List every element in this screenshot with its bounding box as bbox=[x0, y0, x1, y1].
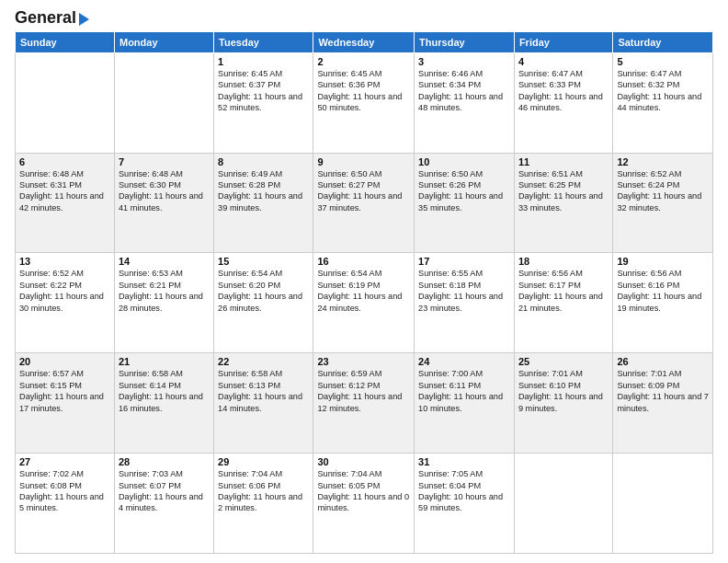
day-number: 21 bbox=[119, 356, 210, 367]
day-number: 18 bbox=[518, 256, 609, 267]
cell-content: 26Sunrise: 7:01 AM Sunset: 6:09 PM Dayli… bbox=[617, 356, 709, 414]
cell-info: Sunrise: 6:58 AM Sunset: 6:13 PM Dayligh… bbox=[218, 368, 309, 414]
day-number: 15 bbox=[218, 256, 309, 267]
calendar-cell: 5Sunrise: 6:47 AM Sunset: 6:32 PM Daylig… bbox=[613, 52, 713, 153]
cell-info: Sunrise: 7:04 AM Sunset: 6:06 PM Dayligh… bbox=[218, 468, 309, 514]
day-of-week-header: Friday bbox=[514, 31, 613, 52]
cell-content: 4Sunrise: 6:47 AM Sunset: 6:33 PM Daylig… bbox=[518, 56, 609, 114]
day-of-week-header: Saturday bbox=[613, 31, 713, 52]
cell-content: 5Sunrise: 6:47 AM Sunset: 6:32 PM Daylig… bbox=[617, 56, 709, 114]
cell-info: Sunrise: 6:50 AM Sunset: 6:27 PM Dayligh… bbox=[317, 168, 410, 214]
day-number: 24 bbox=[418, 356, 510, 367]
day-of-week-header: Tuesday bbox=[214, 31, 313, 52]
cell-content: 3Sunrise: 6:46 AM Sunset: 6:34 PM Daylig… bbox=[418, 56, 510, 114]
day-number: 1 bbox=[218, 56, 309, 67]
calendar-cell bbox=[114, 52, 213, 153]
day-number: 9 bbox=[317, 156, 410, 167]
day-number: 6 bbox=[19, 156, 110, 167]
day-number: 16 bbox=[317, 256, 410, 267]
cell-content: 19Sunrise: 6:56 AM Sunset: 6:16 PM Dayli… bbox=[617, 256, 709, 314]
cell-content: 7Sunrise: 6:48 AM Sunset: 6:30 PM Daylig… bbox=[119, 156, 210, 214]
calendar-cell: 8Sunrise: 6:49 AM Sunset: 6:28 PM Daylig… bbox=[214, 153, 313, 253]
day-of-week-header: Monday bbox=[114, 31, 213, 52]
cell-info: Sunrise: 6:54 AM Sunset: 6:20 PM Dayligh… bbox=[218, 268, 309, 314]
cell-info: Sunrise: 6:45 AM Sunset: 6:36 PM Dayligh… bbox=[317, 68, 410, 114]
cell-info: Sunrise: 6:45 AM Sunset: 6:37 PM Dayligh… bbox=[218, 68, 309, 114]
cell-info: Sunrise: 6:50 AM Sunset: 6:26 PM Dayligh… bbox=[418, 168, 510, 214]
cell-content: 27Sunrise: 7:02 AM Sunset: 6:08 PM Dayli… bbox=[19, 456, 110, 514]
calendar-cell: 3Sunrise: 6:46 AM Sunset: 6:34 PM Daylig… bbox=[415, 52, 515, 153]
day-number: 29 bbox=[218, 456, 309, 467]
day-number: 4 bbox=[518, 56, 609, 67]
logo-general: General bbox=[15, 9, 76, 28]
calendar-cell: 30Sunrise: 7:04 AM Sunset: 6:05 PM Dayli… bbox=[313, 454, 415, 554]
cell-content: 31Sunrise: 7:05 AM Sunset: 6:04 PM Dayli… bbox=[418, 456, 510, 514]
cell-info: Sunrise: 6:49 AM Sunset: 6:28 PM Dayligh… bbox=[218, 168, 309, 214]
cell-info: Sunrise: 6:59 AM Sunset: 6:12 PM Dayligh… bbox=[317, 368, 410, 414]
logo-arrow-icon bbox=[79, 13, 89, 26]
day-number: 10 bbox=[418, 156, 510, 167]
cell-info: Sunrise: 6:56 AM Sunset: 6:16 PM Dayligh… bbox=[617, 268, 709, 314]
cell-info: Sunrise: 7:02 AM Sunset: 6:08 PM Dayligh… bbox=[19, 468, 110, 514]
cell-info: Sunrise: 6:52 AM Sunset: 6:24 PM Dayligh… bbox=[617, 168, 709, 214]
day-number: 17 bbox=[418, 256, 510, 267]
cell-content: 30Sunrise: 7:04 AM Sunset: 6:05 PM Dayli… bbox=[317, 456, 410, 514]
calendar-cell: 22Sunrise: 6:58 AM Sunset: 6:13 PM Dayli… bbox=[214, 353, 313, 454]
calendar-cell: 13Sunrise: 6:52 AM Sunset: 6:22 PM Dayli… bbox=[16, 253, 115, 353]
day-number: 22 bbox=[218, 356, 309, 367]
calendar-cell: 24Sunrise: 7:00 AM Sunset: 6:11 PM Dayli… bbox=[415, 353, 515, 454]
day-number: 2 bbox=[317, 56, 410, 67]
cell-content: 23Sunrise: 6:59 AM Sunset: 6:12 PM Dayli… bbox=[317, 356, 410, 414]
cell-info: Sunrise: 6:54 AM Sunset: 6:19 PM Dayligh… bbox=[317, 268, 410, 314]
cell-info: Sunrise: 7:05 AM Sunset: 6:04 PM Dayligh… bbox=[418, 468, 510, 514]
header: General bbox=[15, 9, 713, 26]
cell-content: 15Sunrise: 6:54 AM Sunset: 6:20 PM Dayli… bbox=[218, 256, 309, 314]
calendar-cell: 14Sunrise: 6:53 AM Sunset: 6:21 PM Dayli… bbox=[114, 253, 213, 353]
day-number: 3 bbox=[418, 56, 510, 67]
cell-info: Sunrise: 6:46 AM Sunset: 6:34 PM Dayligh… bbox=[418, 68, 510, 114]
cell-info: Sunrise: 6:53 AM Sunset: 6:21 PM Dayligh… bbox=[119, 268, 210, 314]
calendar: SundayMondayTuesdayWednesdayThursdayFrid… bbox=[15, 31, 713, 554]
cell-info: Sunrise: 6:58 AM Sunset: 6:14 PM Dayligh… bbox=[119, 368, 210, 414]
day-number: 14 bbox=[119, 256, 210, 267]
cell-content: 22Sunrise: 6:58 AM Sunset: 6:13 PM Dayli… bbox=[218, 356, 309, 414]
cell-content: 13Sunrise: 6:52 AM Sunset: 6:22 PM Dayli… bbox=[19, 256, 110, 314]
day-number: 20 bbox=[19, 356, 110, 367]
day-number: 7 bbox=[119, 156, 210, 167]
calendar-cell: 17Sunrise: 6:55 AM Sunset: 6:18 PM Dayli… bbox=[415, 253, 515, 353]
cell-content: 2Sunrise: 6:45 AM Sunset: 6:36 PM Daylig… bbox=[317, 56, 410, 114]
logo: General bbox=[15, 9, 89, 26]
calendar-cell: 2Sunrise: 6:45 AM Sunset: 6:36 PM Daylig… bbox=[313, 52, 415, 153]
day-of-week-header: Thursday bbox=[415, 31, 515, 52]
calendar-cell bbox=[613, 454, 713, 554]
cell-content: 21Sunrise: 6:58 AM Sunset: 6:14 PM Dayli… bbox=[119, 356, 210, 414]
day-number: 27 bbox=[19, 456, 110, 467]
calendar-cell bbox=[16, 52, 115, 153]
cell-content: 10Sunrise: 6:50 AM Sunset: 6:26 PM Dayli… bbox=[418, 156, 510, 214]
calendar-cell: 9Sunrise: 6:50 AM Sunset: 6:27 PM Daylig… bbox=[313, 153, 415, 253]
cell-info: Sunrise: 6:48 AM Sunset: 6:30 PM Dayligh… bbox=[119, 168, 210, 214]
cell-content: 11Sunrise: 6:51 AM Sunset: 6:25 PM Dayli… bbox=[518, 156, 609, 214]
day-number: 25 bbox=[518, 356, 609, 367]
calendar-cell bbox=[514, 454, 613, 554]
day-of-week-header: Wednesday bbox=[313, 31, 415, 52]
cell-info: Sunrise: 7:00 AM Sunset: 6:11 PM Dayligh… bbox=[418, 368, 510, 414]
cell-content: 28Sunrise: 7:03 AM Sunset: 6:07 PM Dayli… bbox=[119, 456, 210, 514]
cell-content: 17Sunrise: 6:55 AM Sunset: 6:18 PM Dayli… bbox=[418, 256, 510, 314]
calendar-cell: 26Sunrise: 7:01 AM Sunset: 6:09 PM Dayli… bbox=[613, 353, 713, 454]
calendar-cell: 11Sunrise: 6:51 AM Sunset: 6:25 PM Dayli… bbox=[514, 153, 613, 253]
calendar-cell: 28Sunrise: 7:03 AM Sunset: 6:07 PM Dayli… bbox=[114, 454, 213, 554]
day-number: 13 bbox=[19, 256, 110, 267]
cell-content: 24Sunrise: 7:00 AM Sunset: 6:11 PM Dayli… bbox=[418, 356, 510, 414]
day-number: 28 bbox=[119, 456, 210, 467]
calendar-cell: 31Sunrise: 7:05 AM Sunset: 6:04 PM Dayli… bbox=[415, 454, 515, 554]
cell-info: Sunrise: 6:51 AM Sunset: 6:25 PM Dayligh… bbox=[518, 168, 609, 214]
cell-content: 25Sunrise: 7:01 AM Sunset: 6:10 PM Dayli… bbox=[518, 356, 609, 414]
calendar-cell: 12Sunrise: 6:52 AM Sunset: 6:24 PM Dayli… bbox=[613, 153, 713, 253]
cell-info: Sunrise: 6:47 AM Sunset: 6:33 PM Dayligh… bbox=[518, 68, 609, 114]
calendar-cell: 6Sunrise: 6:48 AM Sunset: 6:31 PM Daylig… bbox=[16, 153, 115, 253]
calendar-cell: 29Sunrise: 7:04 AM Sunset: 6:06 PM Dayli… bbox=[214, 454, 313, 554]
calendar-cell: 7Sunrise: 6:48 AM Sunset: 6:30 PM Daylig… bbox=[114, 153, 213, 253]
cell-content: 6Sunrise: 6:48 AM Sunset: 6:31 PM Daylig… bbox=[19, 156, 110, 214]
calendar-cell: 1Sunrise: 6:45 AM Sunset: 6:37 PM Daylig… bbox=[214, 52, 313, 153]
